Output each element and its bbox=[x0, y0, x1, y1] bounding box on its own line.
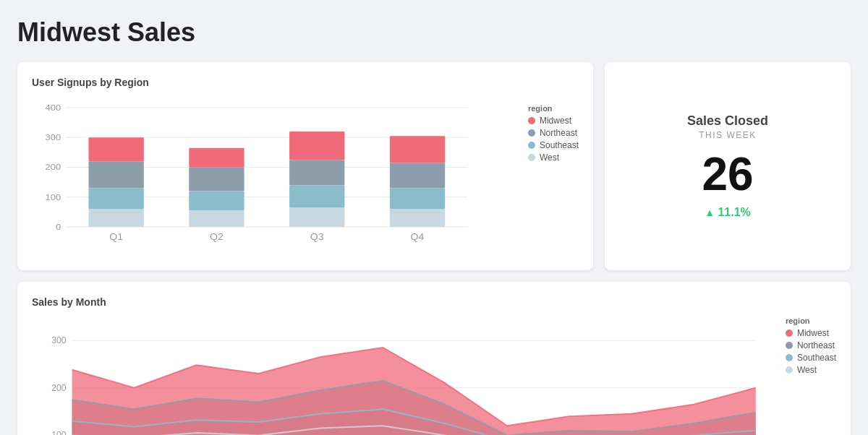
svg-rect-27 bbox=[390, 163, 445, 188]
legend-item: Midwest bbox=[528, 116, 579, 126]
svg-text:0: 0 bbox=[56, 223, 61, 232]
svg-rect-10 bbox=[88, 209, 143, 227]
svg-rect-21 bbox=[289, 185, 344, 207]
line-chart-legend: regionMidwestNortheastSoutheastWest bbox=[786, 316, 836, 377]
svg-rect-12 bbox=[88, 161, 143, 188]
legend-item: Southeast bbox=[528, 140, 579, 150]
kpi-value: 26 bbox=[702, 149, 753, 199]
kpi-subtitle: THIS WEEK bbox=[699, 130, 757, 140]
svg-text:Q2: Q2 bbox=[210, 232, 224, 242]
svg-text:Q3: Q3 bbox=[310, 232, 324, 242]
svg-text:400: 400 bbox=[46, 103, 61, 113]
bar-chart-card: User Signups by Region 0100200300400Q1Q2… bbox=[17, 62, 593, 270]
kpi-title: Sales Closed bbox=[687, 113, 768, 129]
svg-text:200: 200 bbox=[46, 163, 61, 172]
kpi-change: ▲ 11.1% bbox=[705, 206, 751, 219]
legend-item: West bbox=[786, 365, 836, 375]
svg-rect-26 bbox=[390, 188, 445, 209]
legend-item: Northeast bbox=[786, 340, 836, 350]
legend-item: West bbox=[528, 152, 579, 163]
svg-text:200: 200 bbox=[51, 383, 67, 393]
svg-rect-15 bbox=[189, 210, 244, 227]
page-title: Midwest Sales bbox=[17, 17, 851, 48]
svg-rect-28 bbox=[390, 136, 445, 163]
svg-text:100: 100 bbox=[46, 193, 61, 202]
svg-text:Q1: Q1 bbox=[109, 232, 123, 242]
legend-item: Southeast bbox=[786, 353, 836, 363]
svg-rect-13 bbox=[88, 137, 143, 161]
svg-rect-16 bbox=[189, 191, 244, 211]
svg-rect-11 bbox=[88, 188, 143, 209]
svg-text:300: 300 bbox=[51, 335, 67, 345]
svg-rect-22 bbox=[289, 160, 344, 185]
svg-rect-25 bbox=[390, 209, 445, 227]
legend-item: Midwest bbox=[786, 328, 836, 338]
svg-text:300: 300 bbox=[46, 133, 61, 142]
svg-text:100: 100 bbox=[51, 430, 67, 435]
bar-chart-legend: regionMidwestNortheastSoutheastWest bbox=[528, 104, 579, 165]
legend-item: Northeast bbox=[528, 128, 579, 138]
svg-rect-23 bbox=[289, 132, 344, 160]
kpi-card: Sales Closed THIS WEEK 26 ▲ 11.1% bbox=[605, 62, 851, 270]
line-chart-card: Sales by Month 100200300 regionMidwestNo… bbox=[17, 282, 851, 435]
line-chart-title: Sales by Month bbox=[32, 296, 836, 308]
svg-text:Q4: Q4 bbox=[411, 232, 425, 242]
svg-rect-17 bbox=[189, 168, 244, 191]
svg-rect-20 bbox=[289, 207, 344, 227]
svg-rect-18 bbox=[189, 148, 244, 168]
bar-chart-title: User Signups by Region bbox=[32, 77, 579, 88]
